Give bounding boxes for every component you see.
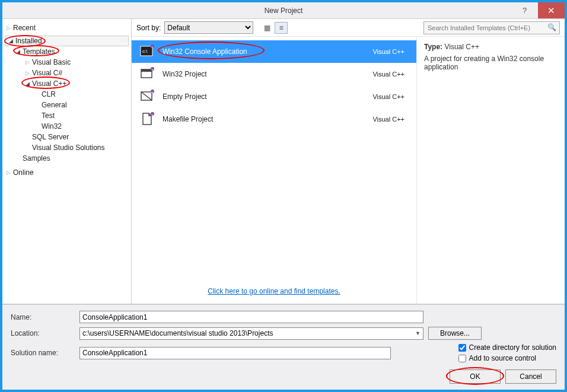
template-name: Win32 Project xyxy=(163,70,365,78)
cancel-button[interactable]: Cancel xyxy=(505,369,556,384)
location-value: c:\users\USERNAME\documents\visual studi… xyxy=(82,329,273,337)
svg-text:c:\: c:\ xyxy=(142,49,148,54)
type-line: Type: Visual C++ xyxy=(424,43,558,51)
view-buttons: ▦ ≡ xyxy=(260,22,288,34)
tree-item-vs-solutions[interactable]: Visual Studio Solutions xyxy=(5,142,129,153)
checkbox-group: Create directory for solution Add to sou… xyxy=(458,343,556,362)
svg-text:+: + xyxy=(151,90,154,94)
makefile-icon: + xyxy=(139,111,155,128)
bottom-form: Name: Location: c:\users\USERNAME\docume… xyxy=(2,304,565,390)
list-icon: ≡ xyxy=(279,24,284,32)
help-button[interactable]: ? xyxy=(511,2,538,18)
location-combo[interactable]: c:\users\USERNAME\documents\visual studi… xyxy=(79,327,423,340)
tree-item-visual-basic[interactable]: Visual Basic xyxy=(5,57,129,68)
titlebar: New Project ? ✕ xyxy=(2,2,565,19)
details-panel: Type: Visual C++ A project for creating … xyxy=(416,37,565,304)
upper-area: Recent Installed Templates Visual Basic xyxy=(2,19,565,304)
sort-by-label: Sort by: xyxy=(136,24,161,32)
chevron-down-icon xyxy=(7,38,14,44)
template-description: A project for creating a Win32 console a… xyxy=(424,55,558,71)
chevron-down-icon: ▼ xyxy=(415,330,421,336)
template-lang: Visual C++ xyxy=(372,116,404,123)
view-list-button[interactable]: ≡ xyxy=(275,22,288,34)
tree-item-templates[interactable]: Templates xyxy=(5,46,129,57)
template-name: Makefile Project xyxy=(163,115,365,123)
search-wrap: 🔍 xyxy=(423,21,560,34)
source-control-label: Add to source control xyxy=(469,354,536,362)
chevron-down-icon xyxy=(14,49,21,55)
row-solution: Solution name: Create directory for solu… xyxy=(11,343,556,362)
chevron-right-icon xyxy=(5,25,12,31)
template-empty-project[interactable]: + Empty Project Visual C++ xyxy=(132,85,416,108)
name-input[interactable] xyxy=(79,311,423,323)
search-input[interactable] xyxy=(423,21,560,34)
svg-text:+: + xyxy=(151,113,154,116)
template-name: Win32 Console Application xyxy=(163,47,365,56)
template-win32-console[interactable]: c:\+ Win32 Console Application Visual C+… xyxy=(132,40,416,63)
search-icon[interactable]: 🔍 xyxy=(547,23,556,31)
view-grid-button[interactable]: ▦ xyxy=(260,22,273,34)
chevron-right-icon xyxy=(24,70,31,76)
chevron-right-icon xyxy=(24,59,31,65)
new-project-dialog: New Project ? ✕ Recent Installed xyxy=(0,0,567,392)
solution-label: Solution name: xyxy=(11,349,75,357)
create-dir-checkbox[interactable] xyxy=(458,344,466,352)
tree-item-visual-csharp[interactable]: Visual C# xyxy=(5,68,129,78)
tree-item-win32[interactable]: Win32 xyxy=(5,121,129,132)
template-win32-project[interactable]: + Win32 Project Visual C++ xyxy=(132,63,416,85)
chk-create-dir[interactable]: Create directory for solution xyxy=(458,343,556,352)
tree-item-clr[interactable]: CLR xyxy=(5,89,129,100)
type-value: Visual C++ xyxy=(444,43,479,51)
row-location: Location: c:\users\USERNAME\documents\vi… xyxy=(11,327,556,340)
window-title: New Project xyxy=(265,7,303,15)
close-icon: ✕ xyxy=(547,5,555,16)
empty-project-icon: + xyxy=(139,88,155,105)
sort-by-select[interactable]: Default xyxy=(164,21,253,34)
svg-line-9 xyxy=(141,92,152,100)
name-label: Name: xyxy=(11,313,75,321)
create-dir-label: Create directory for solution xyxy=(469,343,556,352)
template-list: c:\+ Win32 Console Application Visual C+… xyxy=(132,37,416,304)
row-name: Name: xyxy=(11,311,556,323)
template-lang: Visual C++ xyxy=(372,48,404,55)
source-control-checkbox[interactable] xyxy=(458,355,466,362)
chevron-right-icon xyxy=(5,170,12,176)
template-name: Empty Project xyxy=(163,93,365,101)
template-lang: Visual C++ xyxy=(372,93,404,100)
tree-item-test[interactable]: Test xyxy=(5,110,129,121)
tree-item-recent[interactable]: Recent xyxy=(5,23,129,33)
tree-item-installed[interactable]: Installed xyxy=(5,36,129,46)
tree-item-general[interactable]: General xyxy=(5,100,129,110)
console-app-icon: c:\+ xyxy=(139,43,155,60)
close-button[interactable]: ✕ xyxy=(538,2,565,18)
svg-rect-5 xyxy=(141,69,152,72)
browse-button[interactable]: Browse... xyxy=(428,327,482,340)
help-icon: ? xyxy=(523,6,527,15)
location-label: Location: xyxy=(11,329,75,337)
center-panel: Sort by: Default ▦ ≡ 🔍 xyxy=(132,19,565,304)
tree-item-online[interactable]: Online xyxy=(5,167,129,178)
type-label: Type: xyxy=(424,43,442,51)
win32-project-icon: + xyxy=(139,66,155,82)
template-makefile[interactable]: + Makefile Project Visual C++ xyxy=(132,108,416,130)
center-body: c:\+ Win32 Console Application Visual C+… xyxy=(132,37,565,304)
ok-button[interactable]: OK xyxy=(450,369,501,384)
dialog-buttons: OK Cancel xyxy=(11,369,556,384)
tree-item-samples[interactable]: Samples xyxy=(5,153,129,164)
chk-source-control[interactable]: Add to source control xyxy=(458,354,556,362)
chevron-down-icon xyxy=(24,81,31,87)
category-tree: Recent Installed Templates Visual Basic xyxy=(2,19,132,304)
sort-toolbar: Sort by: Default ▦ ≡ 🔍 xyxy=(132,19,565,37)
svg-text:+: + xyxy=(151,68,154,71)
tree-item-visual-cpp[interactable]: Visual C++ xyxy=(5,78,129,89)
online-templates-link[interactable]: Click here to go online and find templat… xyxy=(132,282,416,300)
titlebar-buttons: ? ✕ xyxy=(511,2,565,18)
template-lang: Visual C++ xyxy=(372,71,404,78)
svg-text:+: + xyxy=(151,45,154,49)
grid-icon: ▦ xyxy=(264,24,270,32)
solution-input[interactable] xyxy=(79,347,391,359)
tree-item-sql-server[interactable]: SQL Server xyxy=(5,132,129,142)
main-area: Recent Installed Templates Visual Basic xyxy=(2,19,565,390)
